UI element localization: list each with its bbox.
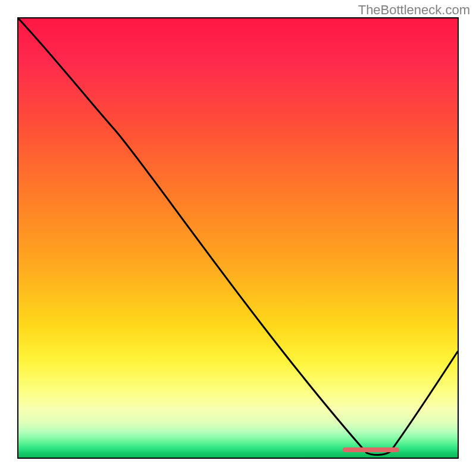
bottleneck-curve bbox=[18, 18, 458, 458]
optimal-range-marker bbox=[343, 447, 399, 452]
curve-path bbox=[18, 18, 458, 455]
watermark-text: TheBottleneck.com bbox=[358, 2, 470, 18]
plot-frame bbox=[17, 17, 459, 459]
